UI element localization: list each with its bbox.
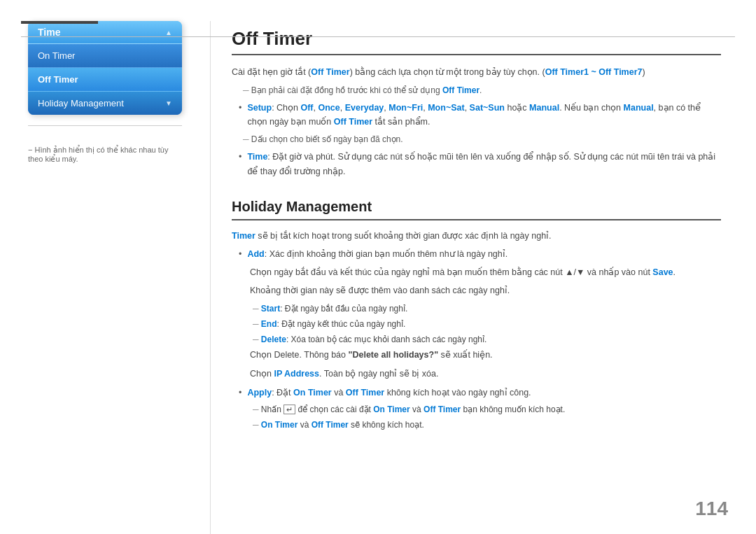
off-timer-note: Bạn phải cài đặt đồng hồ trước khi có th… (232, 84, 721, 97)
main-content: Off Timer Cài đặt hẹn giờ tắt (Off Timer… (210, 21, 756, 534)
top-bar (21, 21, 98, 24)
sidebar: Time On Timer Off Timer Holiday Manageme… (0, 21, 210, 534)
sidebar-item-holiday-management[interactable]: Holiday Management (28, 92, 182, 115)
delete-details: Chọn Delete. Thông báo "Delete all holid… (232, 348, 721, 381)
apply-bullet: Apply: Đặt On Timer và Off Timer không k… (232, 386, 721, 400)
sidebar-item-off-timer[interactable]: Off Timer (28, 68, 182, 92)
delete-note1: Chọn Delete. Thông báo "Delete all holid… (250, 348, 721, 363)
sidebar-menu-header: Time (28, 21, 182, 44)
start-sub: Start: Đặt ngày bắt đầu của ngày nghỉ. (232, 302, 721, 316)
sidebar-divider (28, 125, 182, 126)
end-sub: End: Đặt ngày kết thúc của ngày nghỉ. (232, 318, 721, 332)
sidebar-note: − Hình ảnh hiển thị có thể khác nhau tùy… (28, 146, 182, 164)
page-number: 114 (695, 498, 728, 520)
add-note2: Khoảng thời gian này sẽ được thêm vào da… (250, 283, 721, 298)
sidebar-menu: Time On Timer Off Timer Holiday Manageme… (28, 21, 182, 115)
delete-sub: Delete: Xóa toàn bộ các mục khỏi danh sá… (232, 333, 721, 347)
setup-note: Dấu chọn cho biết số ngày bạn đã chọn. (232, 133, 721, 146)
time-bullet: Time: Đặt giờ và phút. Sử dụng các nút s… (232, 150, 721, 178)
sidebar-item-on-timer[interactable]: On Timer (28, 44, 182, 68)
off-timer-title: Off Timer (232, 28, 721, 55)
delete-note2: Chọn IP Address. Toàn bộ ngày nghỉ sẽ bị… (250, 367, 721, 381)
add-note1: Chọn ngày bắt đầu và kết thúc của ngày n… (250, 265, 721, 280)
top-line (21, 36, 735, 37)
holiday-intro: Timer sẽ bị tắt kích hoạt trong suốt kho… (232, 229, 721, 244)
off-timer-highlight: Off Timer (311, 67, 349, 77)
add-details: Chọn ngày bắt đầu và kết thúc của ngày n… (232, 265, 721, 298)
apply-sub2: On Timer và Off Timer sẽ không kích hoạt… (232, 419, 721, 433)
apply-sub1: Nhấn ↵ để chọn các cài đặt On Timer và O… (232, 403, 721, 417)
off-timer-intro: Cài đặt hẹn giờ tắt (Off Timer) bằng các… (232, 65, 721, 80)
holiday-management-title: Holiday Management (232, 199, 721, 220)
setup-bullet: Setup: Chọn Off, Once, Everyday, Mon~Fri… (232, 101, 721, 129)
add-bullet: Add: Xác định khoảng thời gian bạn muốn … (232, 247, 721, 262)
